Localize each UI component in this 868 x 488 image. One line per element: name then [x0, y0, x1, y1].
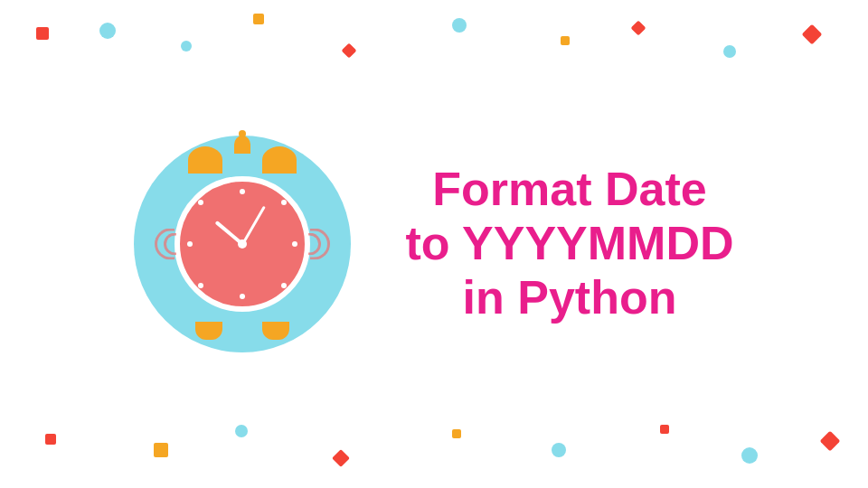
clock-dot: [292, 241, 297, 247]
deco-circle: [235, 425, 248, 437]
deco-square: [561, 36, 570, 45]
title-area: Format Date to YYYYMMDD in Python: [405, 163, 733, 324]
bell-right: [262, 146, 297, 174]
clock-dot: [281, 200, 287, 205]
main-scene: Format Date to YYYYMMDD in Python: [0, 0, 868, 488]
main-content: Format Date to YYYYMMDD in Python: [134, 136, 733, 352]
deco-diamond: [342, 43, 357, 59]
deco-square: [154, 443, 168, 457]
deco-circle: [723, 45, 736, 58]
clock-face: [175, 176, 310, 312]
title-line2: to YYYYMMDD: [405, 217, 733, 271]
foot-right: [262, 322, 289, 340]
clock-dot: [240, 189, 245, 194]
foot-left: [195, 322, 222, 340]
deco-square: [36, 27, 49, 40]
deco-square: [45, 434, 56, 445]
clock-center: [238, 239, 247, 249]
title-line1: Format Date: [432, 163, 706, 217]
bell-left: [188, 146, 222, 174]
deco-diamond: [332, 449, 350, 467]
deco-diamond: [820, 431, 841, 452]
deco-diamond: [802, 24, 823, 45]
deco-square: [452, 429, 461, 438]
clock-dot: [281, 283, 287, 288]
clock-dot: [240, 294, 245, 299]
bell-knob: [234, 136, 250, 154]
deco-circle: [552, 443, 566, 457]
minute-hand: [241, 206, 266, 245]
deco-square: [660, 425, 669, 434]
deco-circle: [99, 23, 116, 39]
title-line3: in Python: [463, 271, 677, 325]
clock-dot: [198, 283, 203, 288]
clock-illustration: [134, 136, 351, 352]
clock-dot: [198, 200, 203, 205]
clock-dot: [187, 241, 193, 247]
deco-circle: [181, 41, 192, 52]
deco-circle: [741, 447, 758, 464]
deco-circle: [452, 18, 467, 33]
deco-diamond: [631, 21, 646, 36]
deco-square: [253, 14, 264, 24]
